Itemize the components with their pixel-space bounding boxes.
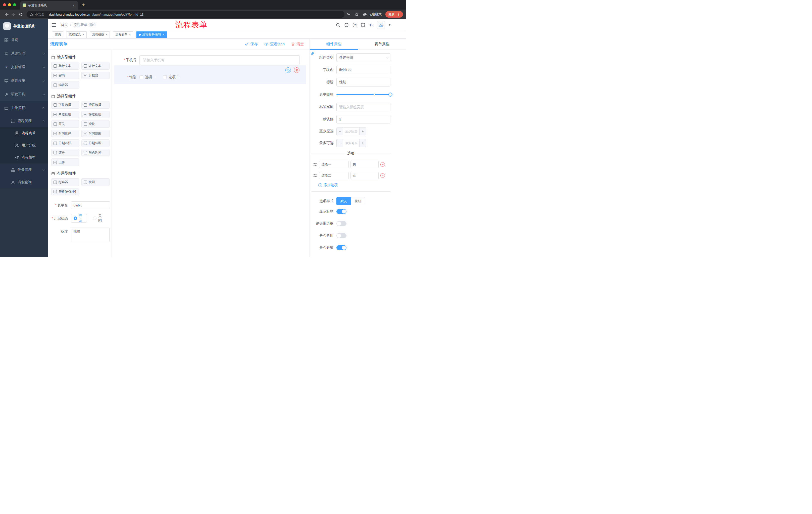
breadcrumb-home[interactable]: 首页	[61, 23, 68, 27]
browser-menu-icon[interactable]: ⋮	[397, 12, 400, 16]
chip-multi-line-text[interactable]: 多行文本	[81, 62, 110, 70]
slider-track[interactable]	[337, 94, 390, 95]
tab-component-props[interactable]: 组件属性	[310, 39, 358, 50]
chip-upload[interactable]: 上传	[51, 158, 79, 166]
chip-date-range[interactable]: 日期范围	[81, 139, 110, 147]
help-icon[interactable]: ?	[353, 23, 357, 27]
browser-update-button[interactable]: 更新 ⋮	[385, 11, 403, 18]
new-tab-button[interactable]: +	[82, 2, 85, 7]
tag-process-model[interactable]: 流程模型×	[90, 31, 110, 38]
required-toggle[interactable]	[337, 245, 346, 250]
chip-button[interactable]: 按钮	[81, 178, 110, 186]
decrement-button[interactable]: −	[337, 139, 343, 147]
component-type-select[interactable]: 多选框组	[337, 53, 390, 62]
search-icon[interactable]	[336, 23, 340, 27]
tag-close-icon[interactable]: ×	[106, 33, 108, 36]
tag-close-icon[interactable]: ×	[129, 33, 131, 36]
field-name-input[interactable]	[337, 65, 390, 74]
chip-cascader[interactable]: 级联选择	[81, 101, 110, 109]
tag-process-form[interactable]: 流程表单×	[113, 31, 133, 38]
phone-input[interactable]	[140, 55, 300, 65]
chip-row-container[interactable]: 行容器	[51, 178, 79, 186]
default-value-input[interactable]	[337, 115, 390, 124]
decrement-button[interactable]: −	[337, 128, 343, 135]
password-key-icon[interactable]	[347, 12, 351, 16]
github-icon[interactable]	[344, 23, 349, 27]
border-toggle[interactable]	[337, 221, 346, 226]
sidebar-item-workflow[interactable]: 工作流程	[0, 101, 48, 115]
drag-handle-icon[interactable]	[313, 173, 317, 178]
bookmark-star-icon[interactable]	[355, 12, 359, 16]
link-anchor-icon[interactable]	[311, 51, 315, 56]
chip-password[interactable]: 密码	[51, 72, 79, 79]
chip-time-picker[interactable]: 时间选择	[51, 130, 79, 137]
sidebar-toggle-icon[interactable]	[52, 23, 56, 27]
chip-date-picker[interactable]: 日期选择	[51, 139, 79, 147]
clear-button[interactable]: 清空	[291, 42, 304, 47]
chip-checkbox-group[interactable]: 多选框组	[81, 111, 110, 118]
fullscreen-icon[interactable]	[361, 23, 365, 27]
label-width-input[interactable]	[337, 103, 390, 111]
forward-icon[interactable]	[10, 11, 17, 18]
canvas-field-gender-selected[interactable]: *性别 选项一 选项二	[114, 65, 306, 84]
option-label-input[interactable]	[319, 161, 349, 168]
increment-button[interactable]: +	[359, 128, 366, 135]
gender-option-2[interactable]: 选项二	[163, 75, 179, 79]
view-json-button[interactable]: 查看json	[264, 42, 285, 47]
sidebar-item-process-mgmt[interactable]: 流程管理	[0, 115, 48, 127]
tag-close-icon[interactable]: ×	[163, 33, 165, 36]
font-size-icon[interactable]: TT	[369, 23, 373, 27]
sidebar-item-process-model[interactable]: 流程模型	[0, 152, 48, 163]
form-name-input[interactable]	[71, 201, 110, 209]
chip-editor[interactable]: 编辑器	[51, 81, 79, 89]
save-button[interactable]: 保存	[245, 42, 258, 47]
show-label-toggle[interactable]	[337, 209, 346, 214]
style-default-button[interactable]: 默认	[337, 197, 351, 205]
user-menu-caret-icon[interactable]: ▾	[389, 23, 390, 27]
browser-tab[interactable]: 芋道管理系统 ×	[20, 1, 78, 9]
back-icon[interactable]	[3, 11, 10, 18]
max-select-value[interactable]: 最多可选	[343, 139, 359, 147]
style-button-button[interactable]: 按钮	[351, 197, 365, 205]
sidebar-logo[interactable]: 芋道管理系统	[0, 19, 48, 33]
increment-button[interactable]: +	[359, 139, 366, 147]
title-input[interactable]	[337, 78, 390, 86]
chip-table[interactable]: 表格[开发中]	[51, 188, 79, 195]
chip-color-picker[interactable]: 颜色选择	[81, 149, 110, 156]
chip-rate[interactable]: 评分	[51, 149, 79, 156]
slider-handle[interactable]	[388, 92, 393, 97]
sidebar-item-user-groups[interactable]: 用户分组	[0, 139, 48, 152]
user-avatar[interactable]	[377, 21, 385, 29]
radio-status-on[interactable]: 开启	[71, 214, 87, 222]
tag-close-icon[interactable]: ×	[82, 33, 84, 36]
chip-time-range[interactable]: 时间范围	[81, 130, 110, 137]
sidebar-item-devtools[interactable]: 研发工具	[0, 87, 48, 101]
address-bar[interactable]: 不安全 dashboard.yudao.iocoder.cn/bpm/manag…	[27, 11, 344, 18]
chip-single-line-text[interactable]: 单行文本	[51, 62, 79, 70]
security-status[interactable]: 不安全	[30, 12, 45, 17]
grid-slider[interactable]	[337, 90, 390, 99]
chip-radio-group[interactable]: 单选框组	[51, 111, 79, 118]
sidebar-item-task-mgmt[interactable]: 任务管理	[0, 163, 48, 176]
delete-field-button[interactable]	[294, 67, 299, 73]
form-remark-textarea[interactable]: 嘿嘿	[71, 227, 110, 242]
drag-handle-icon[interactable]	[313, 162, 317, 166]
remove-option-button[interactable]: −	[380, 162, 385, 167]
sidebar-item-leave-query[interactable]: 请假查询	[0, 176, 48, 189]
radio-status-off[interactable]: 关闭	[93, 214, 104, 223]
window-close-button[interactable]	[3, 3, 6, 6]
gender-option-1[interactable]: 选项一	[140, 75, 155, 79]
sidebar-item-system[interactable]: 系统管理	[0, 47, 48, 60]
canvas-field-phone[interactable]: *手机号	[114, 55, 306, 65]
sidebar-item-process-form[interactable]: 流程表单	[0, 127, 48, 139]
window-minimize-button[interactable]	[8, 3, 11, 6]
option-label-input[interactable]	[319, 172, 349, 179]
chip-switch[interactable]: 开关	[51, 120, 79, 128]
tag-process-form-edit[interactable]: 流程表单-编辑×	[137, 31, 167, 38]
chip-slider[interactable]: 滑块	[81, 120, 110, 128]
min-select-value[interactable]: 至少应选	[343, 128, 359, 135]
reload-icon[interactable]	[17, 11, 24, 18]
checkbox[interactable]	[140, 76, 143, 79]
option-value-input[interactable]	[350, 161, 379, 168]
tag-process-definition[interactable]: 流程定义×	[66, 31, 87, 38]
